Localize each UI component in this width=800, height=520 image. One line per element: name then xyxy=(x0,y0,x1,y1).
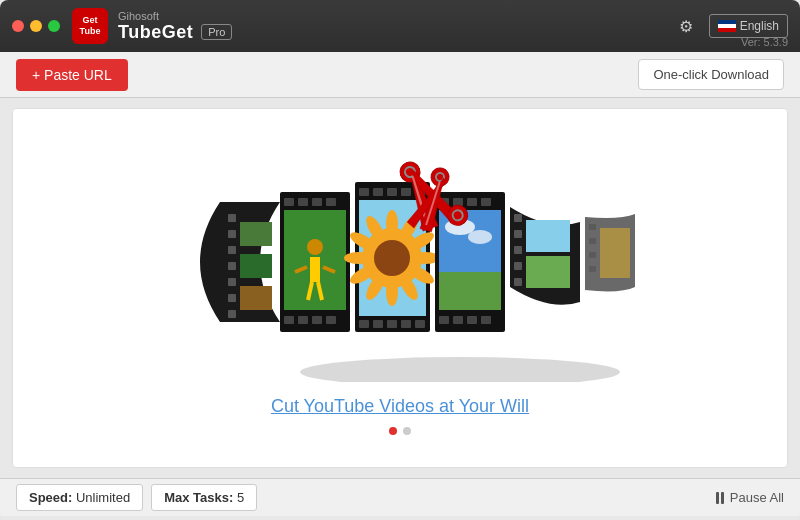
pro-badge: Pro xyxy=(201,24,232,40)
speed-label: Speed: xyxy=(29,490,72,505)
max-tasks-label: Max Tasks: xyxy=(164,490,233,505)
svg-rect-56 xyxy=(467,198,477,206)
main-caption[interactable]: Cut YouTube Videos at Your Will xyxy=(271,396,529,417)
window-controls xyxy=(12,20,60,32)
svg-rect-33 xyxy=(359,320,369,328)
max-tasks-status: Max Tasks: 5 xyxy=(151,484,257,511)
svg-rect-36 xyxy=(401,320,411,328)
max-tasks-value: 5 xyxy=(237,490,244,505)
main-content: Cut YouTube Videos at Your Will xyxy=(12,108,788,468)
svg-point-50 xyxy=(344,252,372,264)
svg-rect-58 xyxy=(439,316,449,324)
svg-rect-31 xyxy=(401,188,411,196)
svg-rect-66 xyxy=(514,214,522,222)
svg-point-0 xyxy=(300,357,620,382)
svg-rect-34 xyxy=(373,320,383,328)
speed-status: Speed: Unlimited xyxy=(16,484,143,511)
svg-rect-14 xyxy=(312,198,322,206)
pause-icon xyxy=(716,492,724,504)
svg-rect-57 xyxy=(481,198,491,206)
close-button[interactable] xyxy=(12,20,24,32)
svg-rect-6 xyxy=(228,294,236,302)
svg-point-41 xyxy=(386,210,398,238)
svg-rect-2 xyxy=(228,230,236,238)
minimize-button[interactable] xyxy=(30,20,42,32)
pause-all-button[interactable]: Pause All xyxy=(716,490,784,505)
svg-rect-8 xyxy=(240,222,272,246)
toolbar: + Paste URL One-click Download xyxy=(0,52,800,98)
maximize-button[interactable] xyxy=(48,20,60,32)
svg-rect-5 xyxy=(228,278,236,286)
paste-url-button[interactable]: + Paste URL xyxy=(16,59,128,91)
svg-rect-55 xyxy=(453,198,463,206)
svg-point-40 xyxy=(374,240,410,276)
speed-value: Unlimited xyxy=(76,490,130,505)
svg-rect-7 xyxy=(228,310,236,318)
svg-point-21 xyxy=(307,239,323,255)
titlebar: GetTube Gihosoft TubeGet Pro ⚙ English V… xyxy=(0,0,800,52)
language-label: English xyxy=(740,19,779,33)
app-logo: GetTube xyxy=(72,8,108,44)
svg-rect-63 xyxy=(439,272,501,310)
svg-rect-76 xyxy=(589,266,596,272)
svg-rect-29 xyxy=(373,188,383,196)
svg-point-65 xyxy=(468,230,492,244)
svg-point-47 xyxy=(386,278,398,306)
svg-rect-61 xyxy=(481,316,491,324)
statusbar: Speed: Unlimited Max Tasks: 5 Pause All xyxy=(0,478,800,516)
app-name-group: Gihosoft TubeGet Pro xyxy=(118,10,232,43)
svg-rect-71 xyxy=(526,220,570,252)
dot-1[interactable] xyxy=(389,427,397,435)
svg-rect-77 xyxy=(600,228,630,278)
svg-rect-10 xyxy=(240,286,272,310)
svg-rect-70 xyxy=(514,278,522,286)
svg-rect-75 xyxy=(589,252,596,258)
app-name: TubeGet xyxy=(118,22,193,43)
company-name: Gihosoft xyxy=(118,10,232,22)
pagination-dots xyxy=(389,427,411,435)
pause-all-label: Pause All xyxy=(730,490,784,505)
language-button[interactable]: English xyxy=(709,14,788,38)
svg-rect-19 xyxy=(326,316,336,324)
gear-icon: ⚙ xyxy=(679,18,693,35)
svg-rect-12 xyxy=(284,198,294,206)
svg-rect-16 xyxy=(284,316,294,324)
illustration xyxy=(160,142,640,382)
svg-rect-17 xyxy=(298,316,308,324)
flag-icon xyxy=(718,20,736,32)
svg-rect-60 xyxy=(467,316,477,324)
svg-rect-3 xyxy=(228,246,236,254)
svg-rect-67 xyxy=(514,230,522,238)
film-strip-svg xyxy=(160,142,640,382)
svg-rect-4 xyxy=(228,262,236,270)
one-click-download-button[interactable]: One-click Download xyxy=(638,59,784,90)
svg-rect-13 xyxy=(298,198,308,206)
svg-rect-37 xyxy=(415,320,425,328)
svg-rect-73 xyxy=(589,224,596,230)
version-label: Ver: 5.3.9 xyxy=(741,36,788,48)
settings-button[interactable]: ⚙ xyxy=(675,13,697,40)
svg-rect-18 xyxy=(312,316,322,324)
svg-rect-72 xyxy=(526,256,570,288)
svg-rect-28 xyxy=(359,188,369,196)
svg-rect-68 xyxy=(514,246,522,254)
svg-rect-74 xyxy=(589,238,596,244)
dot-2[interactable] xyxy=(403,427,411,435)
svg-rect-9 xyxy=(240,254,272,278)
svg-rect-1 xyxy=(228,214,236,222)
svg-rect-30 xyxy=(387,188,397,196)
svg-rect-35 xyxy=(387,320,397,328)
svg-rect-15 xyxy=(326,198,336,206)
svg-rect-22 xyxy=(310,257,320,282)
svg-rect-69 xyxy=(514,262,522,270)
svg-rect-59 xyxy=(453,316,463,324)
